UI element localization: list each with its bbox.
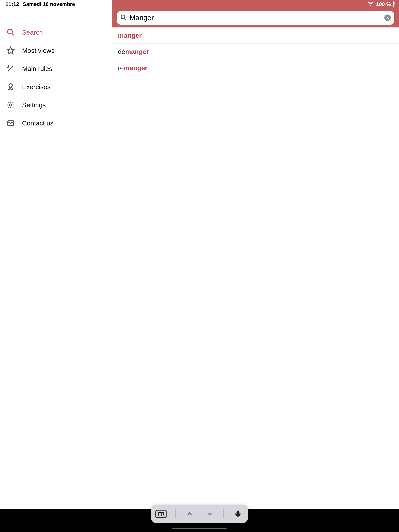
result-match: manger (124, 64, 147, 71)
gear-icon (6, 101, 15, 109)
battery-icon (393, 1, 393, 7)
keyboard-down-button[interactable] (204, 508, 215, 520)
star-icon (6, 46, 15, 55)
svg-point-10 (121, 15, 125, 19)
content-area: mangerdémangerremanger (112, 0, 399, 509)
search-icon (6, 28, 15, 37)
ribbon-icon (6, 82, 15, 91)
search-results: mangerdémangerremanger (112, 27, 399, 509)
microphone-button[interactable] (232, 508, 244, 520)
sidebar: Search Most views Main rules Exercises (0, 0, 112, 509)
sidebar-item-search[interactable]: Search (0, 23, 112, 41)
result-prefix: re (118, 64, 124, 71)
sidebar-item-most-views[interactable]: Most views (0, 41, 112, 60)
keyboard-up-button[interactable] (184, 508, 196, 520)
svg-point-7 (9, 84, 12, 87)
sidebar-item-label: Settings (22, 101, 46, 109)
wand-icon (6, 64, 15, 73)
search-box[interactable] (117, 11, 394, 25)
status-time: 11:12 (6, 1, 19, 7)
svg-marker-2 (7, 47, 14, 54)
battery-percent: 100 % (376, 1, 391, 7)
search-icon (120, 14, 127, 21)
sidebar-item-label: Search (22, 29, 43, 36)
result-row[interactable]: remanger (112, 60, 399, 76)
divider (223, 509, 224, 519)
status-bar: 11:12 Samedi 16 novembre 100 % (0, 0, 399, 8)
sidebar-item-label: Main rules (22, 65, 52, 72)
result-match: manger (118, 32, 142, 39)
result-row[interactable]: démanger (112, 44, 399, 60)
sidebar-item-label: Exercises (22, 83, 51, 91)
keyboard-language-button[interactable]: FR (155, 508, 167, 520)
sidebar-item-contact-us[interactable]: Contact us (0, 114, 112, 132)
svg-line-11 (124, 18, 126, 20)
sidebar-item-label: Most views (22, 47, 55, 54)
search-input[interactable] (130, 14, 382, 22)
status-date: Samedi 16 novembre (23, 1, 75, 7)
mail-icon (6, 119, 15, 127)
clear-search-button[interactable] (384, 14, 391, 21)
home-indicator[interactable] (172, 528, 227, 529)
bottom-bar: FR (0, 509, 399, 532)
wifi-icon (367, 1, 374, 7)
svg-point-0 (7, 29, 12, 34)
result-match: manger (125, 48, 149, 55)
result-prefix: dé (118, 48, 125, 55)
keyboard-accessory: FR (151, 505, 248, 523)
result-row[interactable]: manger (112, 27, 399, 44)
divider (175, 509, 176, 519)
svg-line-1 (12, 33, 14, 35)
sidebar-item-exercises[interactable]: Exercises (0, 78, 112, 96)
sidebar-item-settings[interactable]: Settings (0, 96, 112, 114)
svg-rect-14 (237, 511, 239, 515)
svg-point-8 (10, 104, 12, 106)
sidebar-item-label: Contact us (22, 120, 54, 127)
sidebar-item-main-rules[interactable]: Main rules (0, 60, 112, 78)
